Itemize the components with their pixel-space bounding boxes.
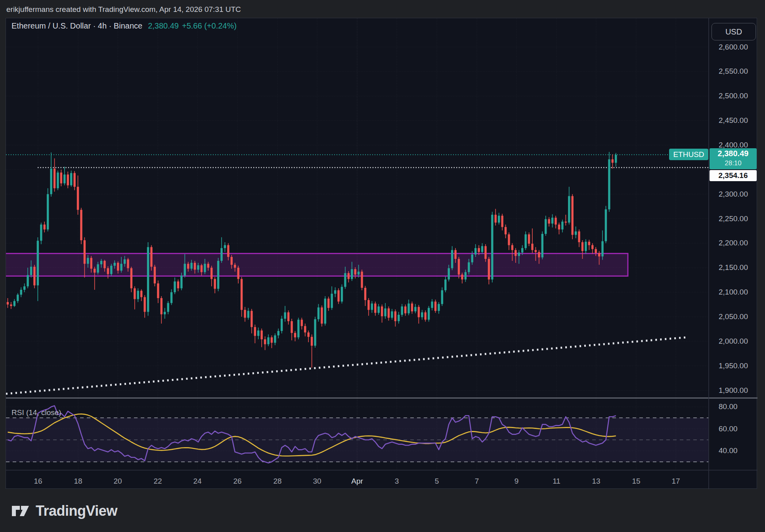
svg-text:26: 26 [233,477,241,485]
symbol-title: Ethereum / U.S. Dollar · 4h · Binance [11,21,142,30]
rsi-pane-plot[interactable] [6,406,709,463]
header-change: +5.66 (+0.24%) [182,21,237,30]
svg-text:11: 11 [553,477,560,485]
rsi-indicator-title: RSI (14, close) [11,408,61,417]
svg-text:3: 3 [395,477,399,485]
svg-text:5: 5 [435,477,439,485]
svg-text:24: 24 [193,477,202,485]
svg-text:2,150.00: 2,150.00 [719,263,748,272]
svg-text:1,950.00: 1,950.00 [719,362,748,370]
svg-text:2,550.00: 2,550.00 [719,67,748,75]
svg-text:40.00: 40.00 [719,446,738,455]
rsi-scale[interactable]: 80.0060.0040.00 [719,402,738,455]
svg-text:2,450.00: 2,450.00 [719,116,748,124]
tradingview-logo[interactable]: TradingView [12,503,117,519]
currency-usd-button[interactable]: USD [711,23,756,40]
chart-frame: 2,600.002,550.002,500.002,450.002,400.00… [6,18,757,489]
svg-text:2,600.00: 2,600.00 [719,43,748,51]
svg-text:Apr: Apr [351,477,363,485]
svg-text:22: 22 [153,477,162,485]
svg-text:18: 18 [74,477,82,485]
symbol-price-tag: ETHUSD [669,149,708,160]
svg-text:80.00: 80.00 [719,402,738,411]
svg-text:2,100.00: 2,100.00 [719,288,748,296]
svg-text:1,900.00: 1,900.00 [719,386,748,394]
svg-text:2,000.00: 2,000.00 [719,337,748,345]
alert-price-axis-label[interactable]: 2,354.16 [710,170,757,181]
chart-canvas[interactable]: 2,600.002,550.002,500.002,450.002,400.00… [6,18,757,489]
symbol-header: Ethereum / U.S. Dollar · 4h · Binance2,3… [11,21,237,31]
supply-zone-rectangle[interactable] [6,253,628,276]
svg-text:20: 20 [113,477,122,485]
svg-text:13: 13 [592,477,600,485]
time-scale[interactable]: 1618202224262830Apr357911131517 [34,477,680,485]
trendline-dotted[interactable] [6,337,686,394]
header-last-price: 2,380.49 [148,21,179,30]
svg-text:15: 15 [632,477,640,485]
svg-text:2,250.00: 2,250.00 [719,214,748,223]
svg-text:9: 9 [514,477,519,485]
last-price-value: 2,380.49 [710,148,757,159]
tradingview-logo-icon [12,503,30,519]
svg-text:2,500.00: 2,500.00 [719,92,748,100]
bar-countdown: 28:10 [710,159,757,168]
svg-text:2,200.00: 2,200.00 [719,239,748,247]
svg-text:16: 16 [34,477,42,485]
svg-text:2,300.00: 2,300.00 [719,190,748,198]
svg-text:28: 28 [273,477,281,485]
price-scale[interactable]: 2,600.002,550.002,500.002,450.002,400.00… [719,43,748,394]
last-price-axis-label: 2,380.49 28:10 [710,148,757,169]
svg-text:30: 30 [313,477,321,485]
svg-text:17: 17 [671,477,680,485]
tradingview-logo-text: TradingView [36,503,117,519]
svg-text:60.00: 60.00 [719,425,738,433]
svg-text:7: 7 [475,477,479,485]
svg-text:2,400.00: 2,400.00 [719,141,748,149]
svg-text:2,050.00: 2,050.00 [719,312,748,321]
attribution-text: erikjuffermans created with TradingView.… [6,5,241,14]
